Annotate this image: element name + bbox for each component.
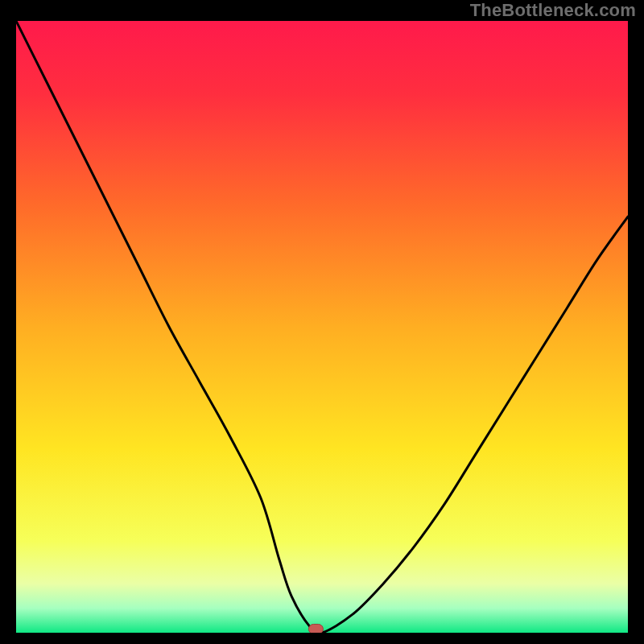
optimal-point-marker: [308, 624, 323, 633]
gradient-background: [16, 21, 628, 633]
chart-svg: [16, 21, 628, 633]
chart-frame: TheBottleneck.com: [0, 0, 644, 644]
watermark-text: TheBottleneck.com: [470, 0, 636, 21]
bottleneck-chart: [16, 21, 628, 633]
